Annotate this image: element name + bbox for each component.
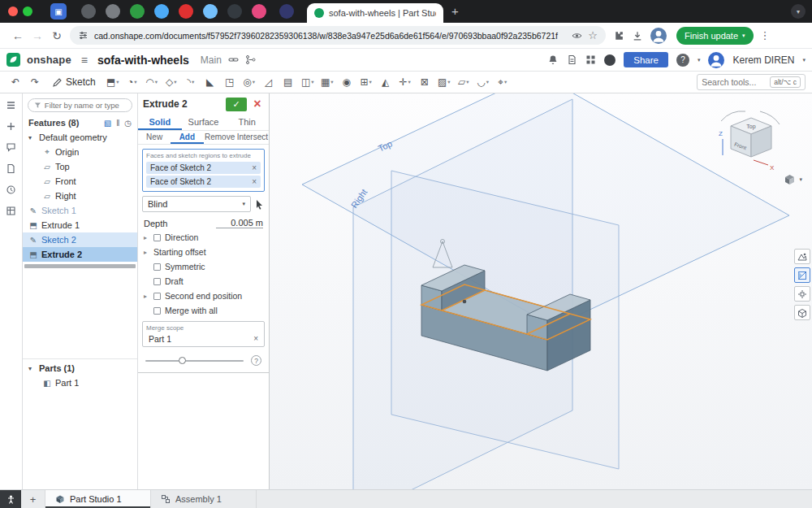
history-icon[interactable]: ◷ bbox=[124, 119, 132, 128]
tab-intersect[interactable]: Intersect bbox=[236, 131, 269, 144]
hamburger-menu-icon[interactable]: ≡ bbox=[81, 54, 88, 67]
feature-row-top-plane[interactable]: ▱ Top bbox=[23, 159, 137, 174]
shell-tool-button[interactable]: ◳ bbox=[221, 74, 239, 90]
view-options-button[interactable]: ▾ bbox=[784, 174, 802, 185]
extensions-puzzle-icon[interactable] bbox=[613, 30, 624, 41]
column-toggle-icon[interactable]: ‖ bbox=[116, 119, 119, 128]
link-icon[interactable] bbox=[228, 54, 239, 65]
flip-direction-arrow-icon[interactable] bbox=[254, 199, 265, 210]
direction-checkbox[interactable] bbox=[153, 234, 161, 241]
delete-part-tool-button[interactable]: ⊠ bbox=[416, 74, 434, 90]
feature-row-origin[interactable]: ⌖ Origin bbox=[23, 145, 137, 159]
confirm-button[interactable]: ✓ bbox=[226, 98, 247, 111]
feature-row-right-plane[interactable]: ▱ Right bbox=[23, 189, 137, 203]
revolve-tool-button[interactable]: ◔▾ bbox=[123, 74, 141, 90]
branch-icon[interactable] bbox=[245, 54, 256, 65]
measure-tool-button[interactable]: ⌖▾ bbox=[494, 74, 512, 90]
search-tools-input[interactable] bbox=[702, 77, 767, 87]
feature-row-extrude2[interactable]: ⬒ Extrude 2 bbox=[23, 247, 137, 262]
browser-tab[interactable]: sofa-with-wheels | Part Stud bbox=[307, 3, 443, 23]
user-avatar[interactable] bbox=[708, 52, 724, 68]
curve-tool-button[interactable]: ◡▾ bbox=[474, 74, 492, 90]
rib-tool-button[interactable]: ▤ bbox=[279, 74, 297, 90]
chevron-right-icon[interactable]: ▸ bbox=[144, 234, 149, 241]
notifications-bell-icon[interactable] bbox=[547, 54, 559, 66]
browser-profile-avatar[interactable] bbox=[650, 28, 667, 44]
plane-tool-button[interactable]: ▱▾ bbox=[455, 74, 473, 90]
fillet-tool-button[interactable]: ◝▾ bbox=[182, 74, 200, 90]
remove-selection-icon[interactable]: × bbox=[252, 163, 257, 172]
second-end-checkbox[interactable] bbox=[153, 293, 161, 300]
section-view-button[interactable] bbox=[794, 267, 810, 283]
reload-icon[interactable]: ↻ bbox=[47, 29, 67, 42]
circular-pattern-tool-button[interactable]: ◉ bbox=[338, 74, 356, 90]
rotate-arrow-icon[interactable] bbox=[721, 111, 745, 121]
extension-icon[interactable] bbox=[179, 4, 193, 19]
transform-tool-button[interactable]: ✛▾ bbox=[396, 74, 414, 90]
option-direction[interactable]: ▸ Direction bbox=[138, 230, 269, 245]
draft-checkbox[interactable] bbox=[153, 278, 161, 285]
tab-part-studio-1[interactable]: Part Studio 1 bbox=[45, 490, 151, 508]
undo-button[interactable]: ↶ bbox=[6, 74, 24, 90]
back-icon[interactable]: ← bbox=[8, 29, 28, 42]
finish-update-button[interactable]: Finish update ▾ bbox=[676, 27, 754, 45]
hole-tool-button[interactable]: ◎▾ bbox=[240, 74, 258, 90]
url-field[interactable]: cad.onshape.com/documents/f57952f7396028… bbox=[70, 26, 606, 45]
option-merge-with-all[interactable]: ▸ Merge with all bbox=[138, 303, 269, 318]
feature-filter-field[interactable] bbox=[28, 98, 132, 112]
boolean-tool-button[interactable]: ⊞▾ bbox=[357, 74, 375, 90]
onshape-logo-icon[interactable] bbox=[6, 53, 20, 67]
linear-pattern-tool-button[interactable]: ▦▾ bbox=[318, 74, 336, 90]
selection-item[interactable]: Face of Sketch 2 × bbox=[146, 162, 261, 174]
password-eye-icon[interactable] bbox=[572, 31, 582, 41]
dialog-help-icon[interactable]: ? bbox=[251, 355, 261, 366]
symmetric-checkbox[interactable] bbox=[153, 263, 161, 271]
merge-with-all-checkbox[interactable] bbox=[153, 307, 161, 315]
bookmark-star-icon[interactable]: ☆ bbox=[588, 29, 598, 41]
tab-surface[interactable]: Surface bbox=[182, 115, 226, 130]
sketch-button[interactable]: Sketch bbox=[45, 74, 102, 90]
tab-search-icon[interactable]: ▾ bbox=[791, 4, 806, 19]
tab-solid[interactable]: Solid bbox=[138, 115, 182, 130]
remove-merge-scope-icon[interactable]: × bbox=[253, 334, 258, 343]
mirror-tool-button[interactable]: ◫▾ bbox=[299, 74, 317, 90]
extension-icon[interactable] bbox=[252, 4, 266, 19]
extension-icon[interactable] bbox=[81, 4, 96, 19]
feature-row-front-plane[interactable]: ▱ Front bbox=[23, 174, 137, 189]
pinned-app-icon[interactable]: ▣ bbox=[50, 3, 67, 20]
named-views-button[interactable] bbox=[794, 305, 810, 320]
redo-button[interactable]: ↷ bbox=[26, 74, 44, 90]
export-page-icon[interactable] bbox=[567, 54, 577, 65]
insert-feature-icon[interactable]: ▧ bbox=[104, 119, 111, 128]
apps-grid-icon[interactable] bbox=[585, 54, 596, 65]
rollback-bar[interactable] bbox=[24, 264, 136, 268]
workspace-name[interactable]: Main bbox=[201, 54, 222, 66]
end-condition-select[interactable]: Blind ▾ bbox=[142, 196, 251, 212]
download-icon[interactable] bbox=[632, 30, 643, 41]
insert-element-button[interactable]: + bbox=[21, 490, 45, 508]
feature-filter-input[interactable] bbox=[45, 101, 126, 110]
tab-add[interactable]: Add bbox=[171, 131, 203, 144]
chevron-down-icon[interactable]: ▾ bbox=[28, 134, 36, 141]
view-cube[interactable]: Top Front Z X bbox=[719, 111, 780, 172]
window-close-button[interactable] bbox=[8, 7, 18, 16]
parts-header[interactable]: ▾ Parts (1) bbox=[23, 361, 137, 376]
extension-icon[interactable] bbox=[227, 4, 242, 19]
new-tab-button[interactable]: + bbox=[451, 3, 459, 20]
remove-selection-icon[interactable]: × bbox=[252, 177, 257, 186]
opacity-slider-handle[interactable] bbox=[179, 357, 186, 364]
chevron-right-icon[interactable]: ▸ bbox=[144, 249, 149, 256]
site-settings-icon[interactable] bbox=[78, 30, 89, 41]
help-icon[interactable]: ? bbox=[676, 54, 689, 67]
window-zoom-button[interactable] bbox=[23, 7, 32, 16]
tab-new[interactable]: New bbox=[138, 131, 171, 144]
selection-list[interactable]: Faces and sketch regions to extrude Face… bbox=[142, 149, 265, 192]
extension-icon[interactable] bbox=[279, 4, 294, 19]
feature-list-panel-icon[interactable] bbox=[6, 100, 16, 111]
opacity-slider[interactable] bbox=[145, 360, 244, 362]
option-starting-offset[interactable]: ▸ Starting offset bbox=[138, 245, 269, 259]
split-tool-button[interactable]: ◭ bbox=[377, 74, 395, 90]
extension-icon[interactable] bbox=[106, 4, 120, 19]
chevron-down-icon[interactable]: ▾ bbox=[698, 57, 701, 63]
insert-panel-icon[interactable] bbox=[6, 121, 16, 132]
